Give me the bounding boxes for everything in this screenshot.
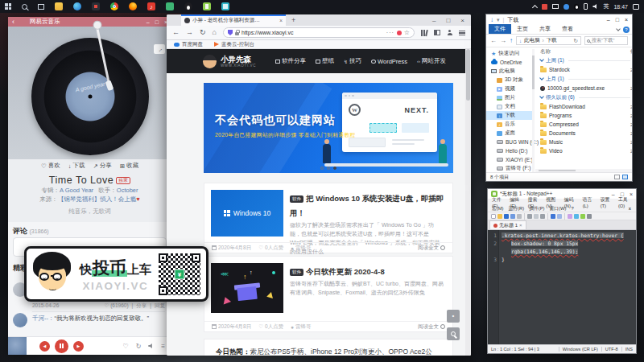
help-icon[interactable]: ? (623, 27, 630, 33)
taskbar-file-explorer-icon[interactable] (55, 2, 63, 10)
minimize-button[interactable]: – (432, 17, 436, 24)
explorer-search-input[interactable]: 搜索"下载" (584, 36, 628, 45)
menu-language[interactable]: 语言(L) (580, 196, 598, 208)
news-strip[interactable]: 今日热闻：索尼公布PS5手柄、iPhone 12 Pro刘海更小、OPPO Ac… (204, 339, 453, 356)
breadcrumb[interactable]: ↓ 此电脑 › 下载 ↻ (516, 36, 581, 45)
comments-fab-button[interactable]: ⬩ (447, 310, 460, 323)
new-tab-button[interactable]: + (291, 16, 295, 24)
maximize-button[interactable]: □ (155, 19, 159, 25)
sidebar-item-desktop[interactable]: 桌面 (486, 129, 535, 138)
comment-username[interactable]: 千河--： (32, 315, 55, 322)
file-group-header[interactable]: 很久以前 (6) (540, 93, 632, 102)
save-icon[interactable] (504, 214, 509, 219)
comment-reply-link[interactable]: 回复 (155, 302, 165, 310)
file-row[interactable]: Stardock2020/4/ (540, 65, 632, 74)
nav-item-wordpress[interactable]: WordPress (371, 58, 407, 65)
library-icon[interactable] (421, 30, 427, 36)
document-tab[interactable]: 无标题 1 × (489, 220, 526, 229)
sidebar-item-drive-c[interactable]: BUG WIN (C:) (486, 138, 535, 146)
post-card[interactable]: Windows 10 软件把 Windows 10 系统安装进U盘，即插即用！ … (204, 183, 453, 253)
up-icon[interactable]: ↑ (510, 38, 513, 44)
close-file-icon[interactable] (517, 214, 522, 219)
share-button[interactable]: ↗ 分享 (93, 162, 111, 170)
file-group-header[interactable]: 上月 (1) (540, 74, 632, 84)
source-playlist-link[interactable]: 【钢琴党福利】慎入！会上瘾 (58, 195, 137, 203)
category-badge[interactable]: 软件 (290, 195, 303, 203)
menu-icon[interactable] (459, 31, 465, 35)
previous-track-button[interactable]: ◀ (39, 341, 50, 352)
column-name[interactable]: 名称 (540, 48, 551, 56)
taskbar-search-icon[interactable] (22, 4, 27, 10)
taskbar-chrome-icon[interactable] (110, 2, 118, 10)
pocket-icon[interactable] (397, 31, 402, 35)
save-all-icon[interactable] (510, 214, 515, 219)
ribbon-tab-view[interactable]: 查看 (556, 24, 579, 34)
ribbon-tab-file[interactable]: 文件 (489, 24, 511, 34)
start-button-icon[interactable] (5, 3, 11, 10)
comment-share-link[interactable]: 分享 (136, 302, 147, 310)
taskbar-firefox-icon[interactable] (129, 2, 137, 10)
ribbon-expand-icon[interactable] (616, 27, 621, 31)
file-row[interactable]: 10000.gd_speedtest.exe2020/3/ (540, 84, 632, 93)
tray-language[interactable]: 英 (603, 2, 609, 10)
tray-clock[interactable]: 18:47 (613, 4, 628, 10)
word-wrap-icon[interactable] (587, 214, 592, 219)
back-icon[interactable]: ‹ (12, 19, 14, 25)
back-icon[interactable]: ← (172, 29, 180, 36)
file-row[interactable]: Compressed2019/10 (540, 120, 632, 129)
bookmark-star-icon[interactable]: ☆ (404, 29, 410, 36)
home-icon[interactable]: ⌂ (213, 29, 217, 36)
post-title[interactable]: 把 Windows 10 系统安装进U盘，即插即用！ (290, 194, 444, 217)
file-group-header[interactable]: 上周 (1) (540, 56, 632, 65)
tray-qq-icon[interactable] (574, 4, 579, 10)
taskbar-photos-icon[interactable] (92, 2, 100, 10)
tray-expand-icon[interactable] (532, 4, 538, 10)
sidebar-item-3d-objects[interactable]: 3D 对象 (486, 76, 535, 84)
bookmark-item[interactable]: 百度网盘 (174, 41, 203, 48)
url-bar[interactable]: https://www.xiaoyi.vc ··· ☆ (223, 27, 415, 38)
taskbar-screen-mirror-icon[interactable] (221, 2, 229, 10)
artist-link[interactable]: October (117, 187, 138, 194)
like-button[interactable]: ♡ 喜欢 (41, 162, 60, 170)
minimize-button[interactable]: – (147, 19, 150, 25)
cut-icon[interactable] (527, 214, 532, 219)
find-icon[interactable] (568, 214, 572, 219)
hero-carousel[interactable]: 不会代码也可以建网站 2020年自己搭建网站的详细步骤 零基础入门到精通教程 W… (204, 83, 453, 173)
nav-item-software[interactable]: 软件分享 (275, 57, 306, 65)
album-link[interactable]: A Good Year (60, 187, 93, 194)
site-name[interactable]: 小异先森 (221, 56, 256, 64)
search-fab-button[interactable] (447, 327, 460, 340)
sidebar-icon[interactable] (434, 30, 440, 35)
quick-access-toolbar-icon[interactable]: ▾ (497, 17, 500, 23)
post-author[interactable]: 雷锋哥 (295, 323, 312, 331)
minimize-button[interactable]: – (607, 17, 610, 23)
tray-display-icon[interactable] (552, 4, 559, 9)
menubar-close-icon[interactable]: x (626, 206, 634, 211)
nav-item-tips[interactable]: ↯技巧 (344, 57, 361, 65)
site-logo[interactable] (203, 55, 217, 68)
sidebar-item-onedrive[interactable]: OneDrive (486, 58, 535, 67)
menu-help[interactable]: ? (568, 206, 576, 211)
tray-cloud-icon[interactable] (564, 4, 569, 10)
playlist-icon[interactable]: ≡ (161, 343, 165, 350)
sidebar-item-this-pc[interactable]: 此电脑 (486, 67, 535, 76)
tab-close-icon[interactable]: × (279, 18, 283, 23)
breadcrumb-this-pc[interactable]: 此电脑 (524, 37, 540, 44)
sidebar-item-downloads[interactable]: ↓下载 (486, 111, 535, 120)
forward-icon[interactable]: → (500, 38, 506, 44)
taskbar-notepad-plus-plus-icon[interactable] (203, 2, 211, 10)
pause-button[interactable] (55, 339, 68, 353)
menu-settings[interactable]: 设置(T) (598, 196, 616, 208)
taskbar-netease-music-icon[interactable]: ♪ (147, 2, 155, 10)
nav-item-webdev[interactable]: ‹›网站开发 (417, 57, 446, 65)
column-date[interactable]: 修改日期 (630, 47, 632, 56)
next-track-button[interactable]: ▶ (73, 341, 84, 352)
ribbon-tab-share[interactable]: 共享 (534, 24, 556, 34)
sidebar-item-documents[interactable]: 文档 (486, 102, 535, 111)
music-titlebar[interactable]: ‹ 网易云音乐 – □ × (8, 17, 171, 27)
sidebar-item-drive-d[interactable]: Hello (D:) (486, 146, 535, 155)
page-scrollbar[interactable] (465, 49, 471, 356)
page-actions-icon[interactable]: ··· (386, 30, 394, 35)
ribbon-tab-home[interactable]: 主页 (511, 24, 534, 34)
horizontal-scrollbar[interactable] (535, 169, 632, 172)
